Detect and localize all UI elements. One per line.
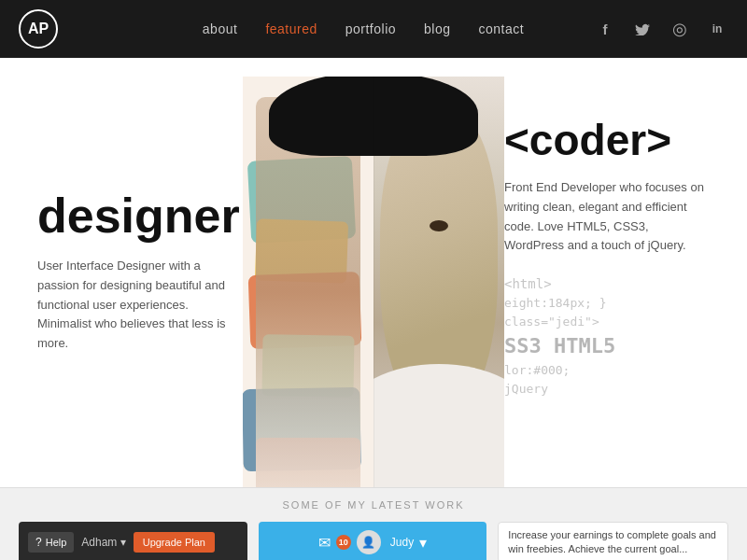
hero-section: designer User Interface Designer with a … — [0, 58, 747, 487]
avatar: 👤 — [357, 530, 381, 554]
twitter-icon[interactable] — [631, 18, 654, 40]
latest-work-title: SOME OF MY LATEST WORK — [283, 499, 465, 511]
nav-link-featured[interactable]: featured — [265, 21, 317, 36]
coder-description: Front End Developer who focuses on writi… — [504, 178, 710, 256]
judy-label: Judy — [390, 536, 414, 549]
designer-block: designer User Interface Designer with a … — [37, 191, 243, 354]
nav-item-blog[interactable]: blog — [424, 21, 450, 37]
upgrade-button[interactable]: Upgrade Plan — [134, 532, 215, 553]
chevron-down-icon: ▾ — [120, 536, 126, 549]
chevron-down-icon-2: ▾ — [419, 534, 427, 552]
linkedin-icon[interactable]: in — [706, 18, 728, 40]
portrait-area — [224, 58, 523, 487]
email-area: ✉ 10 👤 Judy ▾ — [318, 530, 427, 554]
coder-title: <coder> — [504, 119, 710, 161]
nav-link-blog[interactable]: blog — [424, 21, 450, 36]
bottom-section: SOME OF MY LATEST WORK ? Help Adham ▾ Up… — [0, 487, 747, 560]
adham-dropdown[interactable]: Adham ▾ — [81, 536, 125, 549]
code-snippet: <html> eight:184px; } class="jedi"> SS3 … — [504, 275, 710, 399]
nav-links: about featured portfolio blog contact — [203, 21, 524, 37]
nav-item-contact[interactable]: contact — [479, 21, 525, 37]
work-item-2: ✉ 10 👤 Judy ▾ — [259, 522, 487, 560]
coder-block: <coder> Front End Developer who focuses … — [504, 119, 710, 398]
email-icon: ✉ — [318, 534, 331, 552]
nav-item-featured[interactable]: featured — [265, 21, 317, 37]
nav-link-contact[interactable]: contact — [479, 21, 525, 36]
nav-item-about[interactable]: about — [203, 21, 238, 37]
nav-link-portfolio[interactable]: portfolio — [345, 21, 396, 36]
facebook-icon[interactable]: f — [594, 18, 616, 40]
work-item-1: ? Help Adham ▾ Upgrade Plan — [19, 522, 247, 560]
nav-item-portfolio[interactable]: portfolio — [345, 21, 396, 37]
portrait-image — [243, 77, 504, 487]
logo[interactable]: AP — [19, 9, 58, 49]
social-icons: f ◎ in — [594, 18, 728, 40]
question-icon: ? — [35, 536, 42, 549]
nav-link-about[interactable]: about — [203, 21, 238, 36]
work-items-list: ? Help Adham ▾ Upgrade Plan ✉ 10 👤 Judy … — [0, 522, 747, 560]
dribbble-icon[interactable]: ◎ — [669, 18, 691, 40]
navbar: AP about featured portfolio blog contact… — [0, 0, 747, 58]
work-item-3: Increase your earnings to complete goals… — [498, 522, 728, 560]
work-item-text: Increase your earnings to complete goals… — [508, 528, 718, 557]
designer-description: User Interface Designer with a passion f… — [37, 257, 243, 354]
designer-title: designer — [37, 191, 243, 240]
notification-badge: 10 — [336, 535, 351, 550]
help-button[interactable]: ? Help — [28, 532, 74, 553]
